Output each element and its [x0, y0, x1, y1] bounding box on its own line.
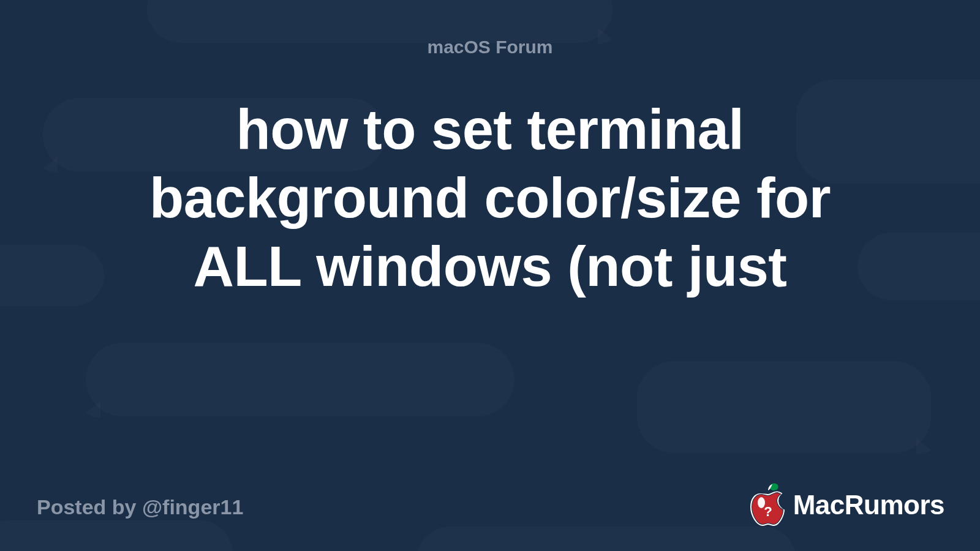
- svg-text:?: ?: [764, 504, 772, 519]
- brand-logo: ? MacRumors: [748, 482, 944, 528]
- apple-bite-icon: ?: [748, 482, 787, 528]
- thread-title: how to set terminal background color/siz…: [123, 95, 858, 301]
- posted-by: Posted by @finger11: [37, 495, 243, 519]
- forum-label: macOS Forum: [0, 37, 980, 58]
- brand-name: MacRumors: [793, 490, 944, 520]
